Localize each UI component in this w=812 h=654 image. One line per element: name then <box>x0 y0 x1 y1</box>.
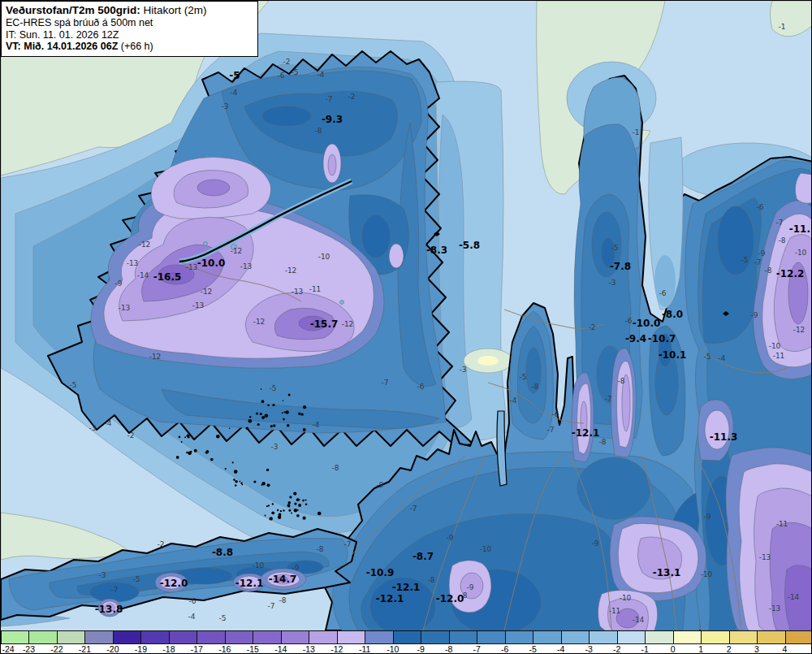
contour-label: -12 <box>139 240 151 249</box>
island-dot <box>289 496 292 498</box>
contour-label: -12 <box>253 318 266 326</box>
island-dot <box>225 468 227 470</box>
contour-label: -10 <box>769 342 781 350</box>
contour-label: -11 <box>609 607 621 615</box>
contour-label: -4 <box>313 421 320 429</box>
colorbar-cell <box>281 630 309 644</box>
extreme-label: -12.1 <box>572 427 600 439</box>
contour-label: -8 <box>765 266 772 275</box>
weather-map-frame: -1-2-1-1-2-2-4-3-5-5-4-3-2-3-3-4-5-2-3-5… <box>0 0 812 654</box>
colorbar-tick: -12 <box>330 644 343 654</box>
island-dot <box>239 481 240 483</box>
island-dot <box>287 504 291 507</box>
island-dot <box>278 516 281 519</box>
colorbar-cell <box>28 630 56 644</box>
colorbar-cell <box>561 630 589 644</box>
colorbar-tick: -20 <box>106 644 119 654</box>
island-dot <box>303 405 306 409</box>
island-dot <box>283 418 285 421</box>
island-dot <box>270 425 273 427</box>
colorbar-tick: -22 <box>50 644 63 654</box>
island-dot <box>296 514 300 518</box>
contour-label: -7 <box>268 602 275 610</box>
island-dot <box>283 509 284 511</box>
island-dot <box>184 436 186 438</box>
contour-label: -6 <box>189 597 197 605</box>
contour-label: -3 <box>271 443 279 451</box>
contour-label: -2 <box>158 540 165 548</box>
colorbar-cell <box>1 630 28 644</box>
island-dot <box>288 501 292 505</box>
contour-label: -9 <box>751 311 758 319</box>
colorbar-cell <box>421 630 448 644</box>
colorbar-tick: 4 <box>783 644 788 654</box>
contour-label: -12 <box>149 353 162 361</box>
contour-label: -10 <box>701 570 713 578</box>
colorbar-tick: -11 <box>359 644 370 654</box>
extreme-label: -12.1 <box>235 578 264 589</box>
island-dot <box>282 412 283 414</box>
contour-label: -8 <box>332 464 339 472</box>
extreme-label: -9.3 <box>322 114 343 125</box>
island-dot <box>248 419 253 423</box>
island-dot <box>305 504 308 506</box>
extreme-label: -11.3 <box>710 431 738 443</box>
island-dot <box>181 441 183 443</box>
contour-label: -14 <box>788 593 800 601</box>
extreme-label: -11.1 <box>789 223 812 235</box>
bay-fill-inner <box>654 255 676 307</box>
contour-label: -6 <box>552 410 559 418</box>
contour-label: -5 <box>292 68 299 76</box>
colorbar-cell <box>57 630 84 644</box>
extreme-label: -5.8 <box>459 240 480 251</box>
island-dot <box>242 484 244 486</box>
contour-label: -8 <box>618 377 625 385</box>
island-dot <box>302 500 304 502</box>
contour-label: -10 <box>795 249 807 257</box>
colorbar-tick: -17 <box>191 644 203 654</box>
contour-label: -5 <box>741 256 749 264</box>
colorbar-tick: 0 <box>671 644 676 654</box>
contour-label: -10 <box>253 561 265 570</box>
contour-label: -9 <box>377 481 384 489</box>
island-dot <box>229 427 231 429</box>
contour-label: -6 <box>757 203 764 211</box>
colorbar-cell <box>253 630 280 644</box>
colorbar-tick: -13 <box>303 644 315 654</box>
colorbar-tick: -4 <box>557 644 564 654</box>
island-dot <box>188 451 192 455</box>
colorbar-tick: -23 <box>23 644 35 654</box>
contour-label: -1 <box>633 128 640 136</box>
contour-label: -10 <box>480 545 492 553</box>
colorbar-cell <box>337 630 365 644</box>
colorbar-cell <box>589 630 616 644</box>
contour-label: -13 <box>186 263 198 271</box>
title-line-1: Veðurstofan/T2m 500grid: Hitakort (2m) <box>6 4 253 17</box>
colorbar-cell <box>533 630 560 644</box>
extreme-label: -8.7 <box>412 551 434 562</box>
contour-label: -5 <box>611 244 619 252</box>
extreme-label: -8.3 <box>426 245 447 256</box>
island-dot <box>265 414 269 418</box>
island-dot <box>176 456 179 459</box>
contour-label: -8 <box>428 576 435 584</box>
island-dot <box>298 504 301 507</box>
contour-label: -7 <box>547 426 555 434</box>
island-dot <box>260 413 262 415</box>
contour-label: -5 <box>219 614 227 622</box>
contour-label: -9 <box>467 583 474 591</box>
contour-label: -7 <box>605 395 612 403</box>
contour-label: -8 <box>779 236 786 245</box>
extreme-label: -15.7 <box>310 318 339 330</box>
contour-label: -3 <box>222 102 229 110</box>
island-dot <box>298 413 300 415</box>
contour-label: -5 <box>704 353 711 361</box>
island-dot <box>261 416 265 419</box>
contour-label: -14 <box>633 616 645 624</box>
colorbar-tick: -15 <box>247 644 259 654</box>
colorbar-cell <box>701 630 728 644</box>
colorbar-cell <box>113 630 140 644</box>
contour-label: -7 <box>382 379 389 387</box>
contour-label: -13 <box>192 301 205 310</box>
colorbar-cell <box>365 630 392 644</box>
